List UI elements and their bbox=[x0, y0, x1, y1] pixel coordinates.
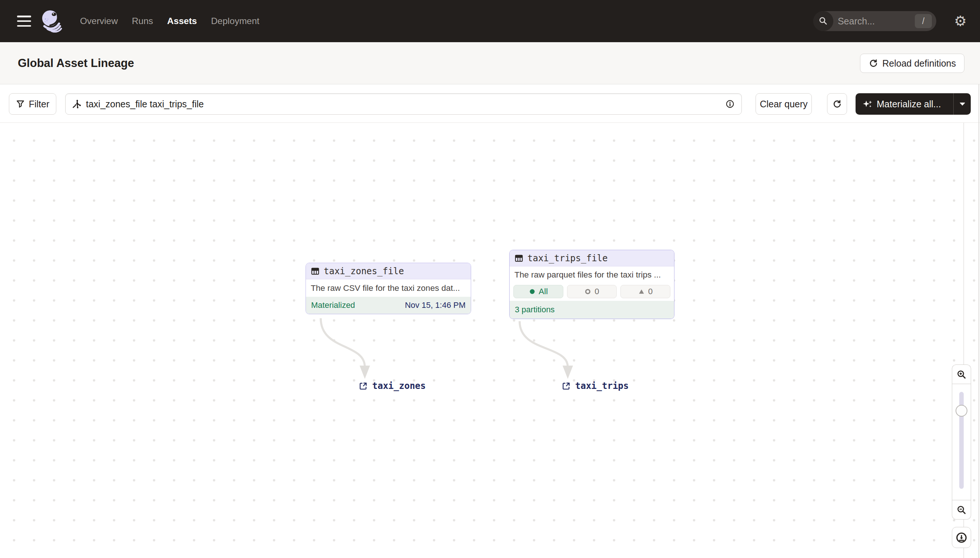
global-search[interactable]: / bbox=[813, 11, 936, 31]
zoom-out-button[interactable] bbox=[952, 500, 971, 520]
badge-label: 0 bbox=[595, 287, 599, 296]
partitions-missing-badge[interactable]: 0 bbox=[620, 285, 670, 298]
external-link-icon bbox=[561, 381, 571, 391]
asset-description: The raw parquet files for the taxi trips… bbox=[510, 266, 674, 283]
materialize-all-split-button: Materialize all... bbox=[856, 93, 971, 115]
hamburger-menu-icon[interactable] bbox=[17, 16, 31, 27]
asset-node-header: taxi_trips_file bbox=[510, 250, 674, 266]
asset-selection-input-box[interactable] bbox=[65, 93, 742, 115]
refresh-graph-button[interactable] bbox=[827, 93, 847, 115]
reload-definitions-button[interactable]: Reload definitions bbox=[860, 54, 964, 73]
zoom-slider-handle[interactable] bbox=[955, 405, 967, 417]
clear-query-button[interactable]: Clear query bbox=[756, 93, 812, 115]
asset-status-footer: Materialized Nov 15, 1:46 PM bbox=[306, 297, 471, 314]
lineage-canvas[interactable]: taxi_zones_file The raw CSV file for the… bbox=[0, 123, 980, 558]
nav-item-overview[interactable]: Overview bbox=[80, 16, 118, 26]
asset-selection-input[interactable] bbox=[86, 99, 725, 110]
ring-icon bbox=[585, 288, 591, 295]
dagster-logo[interactable] bbox=[41, 10, 64, 33]
asset-node-taxi-trips-file[interactable]: taxi_trips_file The raw parquet files fo… bbox=[509, 250, 674, 319]
lineage-edges bbox=[0, 123, 980, 558]
zoom-out-icon bbox=[956, 505, 967, 515]
asset-name: taxi_zones_file bbox=[324, 266, 404, 276]
asset-description: The raw CSV file for the taxi zones dat.… bbox=[306, 279, 471, 297]
materialize-all-label: Materialize all... bbox=[877, 99, 941, 110]
materialize-all-button[interactable]: Materialize all... bbox=[856, 99, 953, 110]
sparkle-icon bbox=[862, 100, 872, 108]
page-title: Global Asset Lineage bbox=[18, 42, 134, 84]
partitions-materialized-badge[interactable]: All bbox=[513, 285, 563, 298]
link-label: taxi_trips bbox=[575, 381, 629, 391]
asset-node-taxi-zones-file[interactable]: taxi_zones_file The raw CSV file for the… bbox=[306, 263, 471, 314]
zoom-in-button[interactable] bbox=[952, 364, 971, 384]
asset-selector-icon bbox=[71, 99, 81, 109]
badge-label: All bbox=[539, 287, 548, 296]
search-input[interactable] bbox=[838, 11, 904, 31]
gear-icon[interactable]: ⚙ bbox=[954, 14, 967, 28]
asset-node-header: taxi_zones_file bbox=[306, 263, 471, 279]
filter-label: Filter bbox=[29, 99, 49, 110]
materialization-timestamp[interactable]: Nov 15, 1:46 PM bbox=[405, 300, 466, 310]
asset-partitions-footer: 3 partitions bbox=[510, 301, 674, 318]
partitions-count: 3 partitions bbox=[515, 305, 555, 315]
clear-query-label: Clear query bbox=[759, 99, 807, 110]
search-shortcut-key: / bbox=[915, 14, 932, 28]
dot-icon bbox=[529, 288, 535, 295]
chevron-down-icon bbox=[960, 102, 965, 106]
nav-item-assets[interactable]: Assets bbox=[167, 16, 197, 26]
asset-name: taxi_trips_file bbox=[527, 253, 608, 263]
filter-funnel-icon bbox=[16, 100, 25, 108]
download-icon bbox=[955, 532, 967, 543]
zoom-slider[interactable] bbox=[952, 384, 971, 500]
asset-link-taxi-zones[interactable]: taxi_zones bbox=[358, 381, 426, 391]
asset-link-taxi-trips[interactable]: taxi_trips bbox=[561, 381, 629, 391]
table-icon bbox=[310, 266, 320, 276]
partitions-failed-badge[interactable]: 0 bbox=[567, 285, 617, 298]
lineage-toolbar: Filter Clear query bbox=[0, 84, 980, 123]
nav-item-runs[interactable]: Runs bbox=[132, 16, 153, 26]
reload-definitions-label: Reload definitions bbox=[882, 58, 956, 69]
partition-status-badges: All 0 0 bbox=[510, 283, 674, 301]
reload-icon bbox=[868, 59, 878, 68]
search-icon bbox=[813, 11, 833, 31]
info-icon[interactable] bbox=[725, 99, 735, 109]
zoom-in-icon bbox=[956, 369, 967, 380]
scrollbar-track[interactable] bbox=[978, 84, 979, 558]
status-badge: Materialized bbox=[311, 300, 355, 310]
nav-item-deployment[interactable]: Deployment bbox=[211, 16, 260, 26]
materialize-dropdown-button[interactable] bbox=[954, 93, 971, 115]
external-link-icon bbox=[358, 381, 368, 391]
page-header: Global Asset Lineage Reload definitions bbox=[0, 42, 980, 84]
nav-items: Overview Runs Assets Deployment bbox=[80, 16, 259, 26]
badge-label: 0 bbox=[648, 287, 652, 296]
table-icon bbox=[514, 253, 524, 263]
triangle-icon bbox=[638, 288, 645, 295]
download-view-button[interactable] bbox=[952, 527, 971, 548]
filter-button[interactable]: Filter bbox=[9, 93, 56, 115]
zoom-controls bbox=[952, 364, 971, 548]
link-label: taxi_zones bbox=[372, 381, 426, 391]
top-nav: Overview Runs Assets Deployment / ⚙ bbox=[0, 0, 980, 42]
refresh-icon bbox=[832, 99, 842, 109]
